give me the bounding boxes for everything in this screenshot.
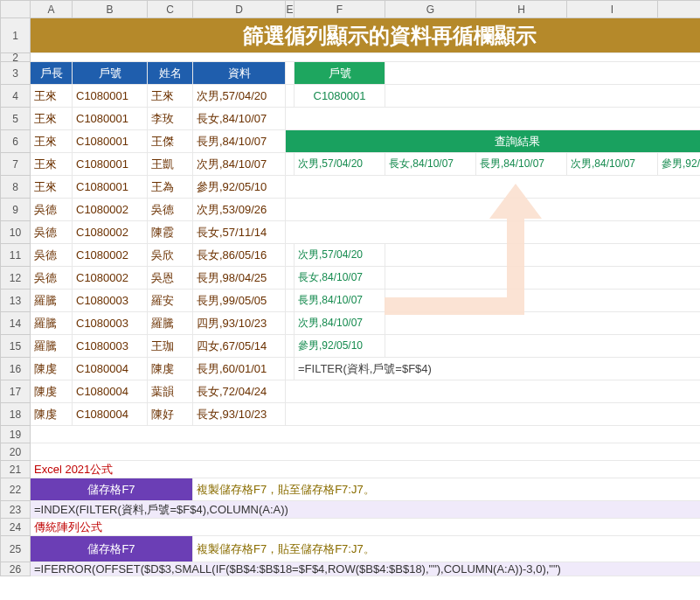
c17[interactable]: 葉韻 (148, 380, 193, 403)
b16[interactable]: C1080004 (73, 358, 148, 380)
b5[interactable]: C1080001 (73, 108, 148, 130)
d10[interactable]: 長女,57/11/14 (193, 221, 286, 244)
a7[interactable]: 王來 (31, 153, 73, 176)
row-25[interactable]: 25 (1, 536, 31, 562)
col-J[interactable]: J (658, 1, 700, 18)
d6[interactable]: 長男,84/10/07 (193, 130, 286, 153)
a10[interactable]: 吳德 (31, 221, 73, 244)
d15[interactable]: 四女,67/05/14 (193, 335, 286, 358)
c13[interactable]: 羅安 (148, 290, 193, 312)
f12[interactable]: 長女,84/10/07 (295, 267, 385, 290)
row-26[interactable]: 26 (1, 562, 31, 576)
row-18[interactable]: 18 (1, 403, 31, 426)
row-19[interactable]: 19 (1, 426, 31, 443)
b14[interactable]: C1080003 (73, 312, 148, 335)
a6[interactable]: 王來 (31, 130, 73, 153)
c5[interactable]: 李玫 (148, 108, 193, 130)
row-16[interactable]: 16 (1, 358, 31, 380)
col-B[interactable]: B (73, 1, 148, 18)
a11[interactable]: 吳德 (31, 244, 73, 267)
c14[interactable]: 羅騰 (148, 312, 193, 335)
corner[interactable] (1, 1, 31, 18)
c18[interactable]: 陳好 (148, 403, 193, 426)
b10[interactable]: C1080002 (73, 221, 148, 244)
row-5[interactable]: 5 (1, 108, 31, 130)
d12[interactable]: 長男,98/04/25 (193, 267, 286, 290)
row-17[interactable]: 17 (1, 380, 31, 403)
a8[interactable]: 王來 (31, 176, 73, 199)
b11[interactable]: C1080002 (73, 244, 148, 267)
c7[interactable]: 王凱 (148, 153, 193, 176)
formula2[interactable]: =IFERROR(OFFSET($D$3,SMALL(IF($B$4:$B$18… (31, 562, 700, 576)
b18[interactable]: C1080004 (73, 403, 148, 426)
a16[interactable]: 陳虔 (31, 358, 73, 380)
a14[interactable]: 羅騰 (31, 312, 73, 335)
row-15[interactable]: 15 (1, 335, 31, 358)
c8[interactable]: 王為 (148, 176, 193, 199)
d7[interactable]: 次男,84/10/07 (193, 153, 286, 176)
col-I[interactable]: I (567, 1, 658, 18)
b6[interactable]: C1080001 (73, 130, 148, 153)
b15[interactable]: C1080003 (73, 335, 148, 358)
col-E[interactable]: E (286, 1, 295, 18)
row-9[interactable]: 9 (1, 199, 31, 221)
row-13[interactable]: 13 (1, 290, 31, 312)
row-21[interactable]: 21 (1, 461, 31, 478)
row-24[interactable]: 24 (1, 519, 31, 536)
b7[interactable]: C1080001 (73, 153, 148, 176)
a18[interactable]: 陳虔 (31, 403, 73, 426)
a17[interactable]: 陳虔 (31, 380, 73, 403)
c9[interactable]: 吳德 (148, 199, 193, 221)
row-10[interactable]: 10 (1, 221, 31, 244)
col-C[interactable]: C (148, 1, 193, 18)
d14[interactable]: 四男,93/10/23 (193, 312, 286, 335)
row-4[interactable]: 4 (1, 85, 31, 108)
c11[interactable]: 吳欣 (148, 244, 193, 267)
row-2[interactable]: 2 (1, 53, 31, 62)
g7[interactable]: 長女,84/10/07 (385, 153, 476, 176)
b13[interactable]: C1080003 (73, 290, 148, 312)
formula1[interactable]: =INDEX(FILTER(資料,戶號=$F$4),COLUMN(A:A)) (31, 501, 700, 519)
row-11[interactable]: 11 (1, 244, 31, 267)
c6[interactable]: 王傑 (148, 130, 193, 153)
a4[interactable]: 王來 (31, 85, 73, 108)
c4[interactable]: 王來 (148, 85, 193, 108)
d18[interactable]: 長女,93/10/23 (193, 403, 286, 426)
d11[interactable]: 長女,86/05/16 (193, 244, 286, 267)
col-F[interactable]: F (295, 1, 385, 18)
b9[interactable]: C1080002 (73, 199, 148, 221)
row-22[interactable]: 22 (1, 478, 31, 501)
d17[interactable]: 長女,72/04/24 (193, 380, 286, 403)
f7[interactable]: 次男,57/04/20 (295, 153, 385, 176)
d16[interactable]: 長男,60/01/01 (193, 358, 286, 380)
spreadsheet[interactable]: A B C D E F G H I J 1 篩選循列顯示的資料再循欄顯示 2 3… (0, 0, 700, 576)
f15[interactable]: 參男,92/05/10 (295, 335, 385, 358)
f14[interactable]: 次男,84/10/07 (295, 312, 385, 335)
h7[interactable]: 長男,84/10/07 (476, 153, 567, 176)
f13[interactable]: 長男,84/10/07 (295, 290, 385, 312)
col-H[interactable]: H (476, 1, 567, 18)
b4[interactable]: C1080001 (73, 85, 148, 108)
row-23[interactable]: 23 (1, 501, 31, 519)
row-14[interactable]: 14 (1, 312, 31, 335)
d9[interactable]: 次男,53/09/26 (193, 199, 286, 221)
d13[interactable]: 長男,99/05/05 (193, 290, 286, 312)
a12[interactable]: 吳德 (31, 267, 73, 290)
row-1[interactable]: 1 (1, 18, 31, 53)
b17[interactable]: C1080004 (73, 380, 148, 403)
c12[interactable]: 吳恩 (148, 267, 193, 290)
row-20[interactable]: 20 (1, 443, 31, 461)
f11[interactable]: 次男,57/04/20 (295, 244, 385, 267)
d5[interactable]: 長女,84/10/07 (193, 108, 286, 130)
col-G[interactable]: G (385, 1, 476, 18)
a9[interactable]: 吳德 (31, 199, 73, 221)
d4[interactable]: 次男,57/04/20 (193, 85, 286, 108)
a13[interactable]: 羅騰 (31, 290, 73, 312)
b8[interactable]: C1080001 (73, 176, 148, 199)
c10[interactable]: 陳霞 (148, 221, 193, 244)
row-7[interactable]: 7 (1, 153, 31, 176)
row-6[interactable]: 6 (1, 130, 31, 153)
i7[interactable]: 次男,84/10/07 (567, 153, 658, 176)
row-8[interactable]: 8 (1, 176, 31, 199)
d8[interactable]: 參男,92/05/10 (193, 176, 286, 199)
